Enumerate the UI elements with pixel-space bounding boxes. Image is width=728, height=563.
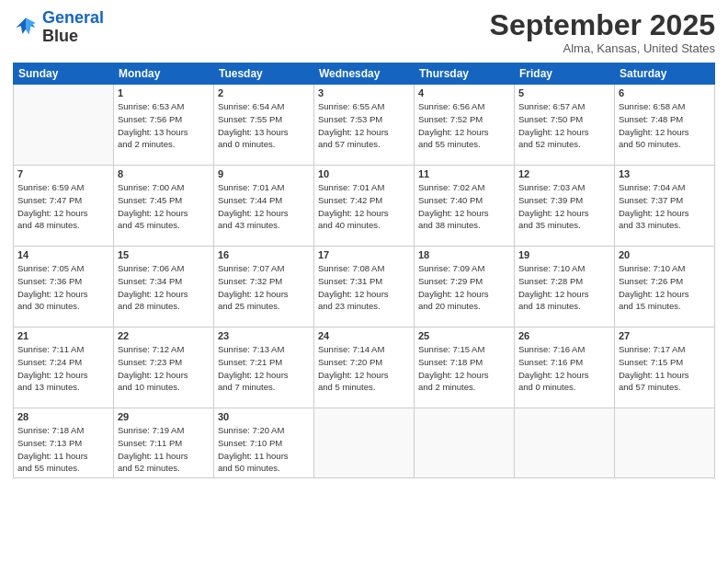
day-info-line: Daylight: 12 hours	[218, 207, 310, 220]
day-info-line: Sunset: 7:10 PM	[218, 437, 310, 450]
calendar-cell: 2Sunrise: 6:54 AMSunset: 7:55 PMDaylight…	[214, 85, 314, 166]
day-info: Sunrise: 7:19 AMSunset: 7:11 PMDaylight:…	[118, 424, 210, 475]
day-info-line: Sunset: 7:44 PM	[218, 194, 310, 207]
day-info-line: Sunrise: 7:06 AM	[118, 262, 210, 275]
day-number: 21	[17, 330, 109, 341]
calendar-cell	[515, 408, 615, 478]
day-info-line: Sunset: 7:39 PM	[518, 194, 610, 207]
day-info-line: and 45 minutes.	[118, 219, 210, 232]
day-number: 8	[118, 168, 210, 179]
calendar-cell: 28Sunrise: 7:18 AMSunset: 7:13 PMDayligh…	[14, 408, 114, 478]
logo-line1: General	[42, 8, 104, 27]
day-info-line: Sunrise: 7:08 AM	[318, 262, 410, 275]
day-info-line: and 5 minutes.	[318, 381, 410, 394]
day-info-line: Daylight: 12 hours	[418, 207, 510, 220]
weekday-header-tuesday: Tuesday	[214, 63, 314, 85]
calendar-cell: 24Sunrise: 7:14 AMSunset: 7:20 PMDayligh…	[314, 327, 415, 408]
day-info: Sunrise: 6:57 AMSunset: 7:50 PMDaylight:…	[518, 100, 610, 151]
calendar-cell: 27Sunrise: 7:17 AMSunset: 7:15 PMDayligh…	[615, 327, 715, 408]
day-info-line: Sunset: 7:50 PM	[518, 113, 610, 126]
day-info-line: Sunrise: 7:16 AM	[518, 343, 610, 356]
day-info-line: Daylight: 12 hours	[17, 288, 109, 301]
day-info: Sunrise: 6:54 AMSunset: 7:55 PMDaylight:…	[218, 100, 310, 151]
calendar-cell: 19Sunrise: 7:10 AMSunset: 7:28 PMDayligh…	[515, 247, 615, 327]
day-info-line: Sunrise: 7:10 AM	[518, 262, 610, 275]
day-info-line: Daylight: 13 hours	[118, 126, 210, 139]
day-info-line: Sunset: 7:11 PM	[118, 437, 210, 450]
calendar-cell: 23Sunrise: 7:13 AMSunset: 7:21 PMDayligh…	[214, 327, 314, 408]
day-info-line: Sunrise: 7:17 AM	[619, 343, 711, 356]
day-info-line: and 20 minutes.	[418, 300, 510, 313]
day-number: 23	[218, 330, 310, 341]
calendar-cell	[615, 408, 715, 478]
day-info-line: Sunset: 7:31 PM	[318, 275, 410, 288]
day-info-line: Sunrise: 7:19 AM	[118, 424, 210, 437]
day-number: 5	[518, 87, 610, 98]
day-info-line: Sunrise: 7:12 AM	[118, 343, 210, 356]
day-info: Sunrise: 6:56 AMSunset: 7:52 PMDaylight:…	[418, 100, 510, 151]
day-number: 19	[518, 249, 610, 260]
day-info: Sunrise: 7:10 AMSunset: 7:28 PMDaylight:…	[518, 262, 610, 313]
calendar-week-5: 28Sunrise: 7:18 AMSunset: 7:13 PMDayligh…	[14, 408, 715, 478]
day-info-line: Sunrise: 7:20 AM	[218, 424, 310, 437]
day-info-line: Sunrise: 6:54 AM	[218, 100, 310, 113]
calendar-week-4: 21Sunrise: 7:11 AMSunset: 7:24 PMDayligh…	[14, 327, 715, 408]
day-info-line: and 28 minutes.	[118, 300, 210, 313]
day-info-line: Sunrise: 7:05 AM	[17, 262, 109, 275]
day-info-line: and 55 minutes.	[418, 138, 510, 151]
day-info-line: Sunrise: 6:58 AM	[619, 100, 711, 113]
weekday-header-monday: Monday	[114, 63, 214, 85]
calendar-week-2: 7Sunrise: 6:59 AMSunset: 7:47 PMDaylight…	[14, 166, 715, 247]
day-info-line: Daylight: 12 hours	[17, 207, 109, 220]
day-info: Sunrise: 7:02 AMSunset: 7:40 PMDaylight:…	[418, 181, 510, 232]
day-info-line: Sunrise: 6:53 AM	[118, 100, 210, 113]
day-number: 22	[118, 330, 210, 341]
day-info-line: Sunset: 7:23 PM	[118, 356, 210, 369]
day-info-line: and 50 minutes.	[218, 462, 310, 475]
day-info-line: and 43 minutes.	[218, 219, 310, 232]
day-info-line: Sunset: 7:32 PM	[218, 275, 310, 288]
day-info-line: Sunrise: 7:13 AM	[218, 343, 310, 356]
calendar-cell: 1Sunrise: 6:53 AMSunset: 7:56 PMDaylight…	[114, 85, 214, 166]
day-number: 2	[218, 87, 310, 98]
weekday-header-wednesday: Wednesday	[314, 63, 415, 85]
calendar-cell: 8Sunrise: 7:00 AMSunset: 7:45 PMDaylight…	[114, 166, 214, 247]
day-number: 4	[418, 87, 510, 98]
day-number: 17	[318, 249, 410, 260]
day-info: Sunrise: 7:18 AMSunset: 7:13 PMDaylight:…	[17, 424, 109, 475]
day-info: Sunrise: 7:06 AMSunset: 7:34 PMDaylight:…	[118, 262, 210, 313]
day-info-line: and 23 minutes.	[318, 300, 410, 313]
calendar-cell: 18Sunrise: 7:09 AMSunset: 7:29 PMDayligh…	[415, 247, 515, 327]
day-info-line: Sunrise: 7:00 AM	[118, 181, 210, 194]
day-info-line: Sunrise: 7:10 AM	[619, 262, 711, 275]
day-info-line: and 38 minutes.	[418, 219, 510, 232]
day-number: 18	[418, 249, 510, 260]
day-info-line: and 40 minutes.	[318, 219, 410, 232]
day-info-line: and 52 minutes.	[118, 462, 210, 475]
day-info-line: and 30 minutes.	[17, 300, 109, 313]
day-info-line: and 35 minutes.	[518, 219, 610, 232]
day-info-line: Sunset: 7:53 PM	[318, 113, 410, 126]
logo-line2: Blue	[42, 28, 104, 46]
calendar-week-3: 14Sunrise: 7:05 AMSunset: 7:36 PMDayligh…	[14, 247, 715, 327]
day-info-line: Daylight: 12 hours	[318, 288, 410, 301]
day-info-line: Sunrise: 6:56 AM	[418, 100, 510, 113]
day-info-line: Daylight: 12 hours	[518, 126, 610, 139]
day-info-line: Daylight: 11 hours	[218, 450, 310, 463]
day-info-line: Sunset: 7:16 PM	[518, 356, 610, 369]
calendar-cell: 11Sunrise: 7:02 AMSunset: 7:40 PMDayligh…	[415, 166, 515, 247]
day-info-line: Daylight: 12 hours	[118, 207, 210, 220]
day-info: Sunrise: 7:15 AMSunset: 7:18 PMDaylight:…	[418, 343, 510, 394]
calendar-cell: 14Sunrise: 7:05 AMSunset: 7:36 PMDayligh…	[14, 247, 114, 327]
day-info: Sunrise: 7:10 AMSunset: 7:26 PMDaylight:…	[619, 262, 711, 313]
day-info-line: Daylight: 12 hours	[518, 207, 610, 220]
day-info-line: Daylight: 12 hours	[17, 369, 109, 382]
day-number: 13	[619, 168, 711, 179]
calendar-cell: 6Sunrise: 6:58 AMSunset: 7:48 PMDaylight…	[615, 85, 715, 166]
calendar-week-1: 1Sunrise: 6:53 AMSunset: 7:56 PMDaylight…	[14, 85, 715, 166]
day-number: 9	[218, 168, 310, 179]
calendar-cell: 4Sunrise: 6:56 AMSunset: 7:52 PMDaylight…	[415, 85, 515, 166]
day-info-line: Sunrise: 7:02 AM	[418, 181, 510, 194]
weekday-header-row: SundayMondayTuesdayWednesdayThursdayFrid…	[14, 63, 715, 85]
day-number: 20	[619, 249, 711, 260]
